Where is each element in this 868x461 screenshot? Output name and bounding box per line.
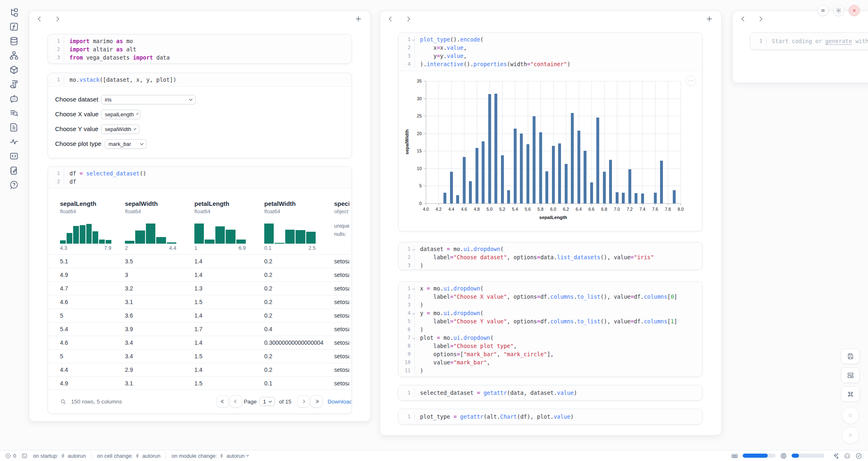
bar xyxy=(476,148,478,203)
code-line: 4).interactive().properties(width="conta… xyxy=(399,60,702,68)
choose-dataset-select[interactable]: iris xyxy=(101,95,196,104)
bar xyxy=(463,157,466,203)
add-cell-icon[interactable] xyxy=(354,14,363,23)
packages-icon[interactable] xyxy=(9,65,19,75)
bar xyxy=(494,94,497,203)
file-tree-icon[interactable] xyxy=(9,7,19,17)
column-forward-button[interactable] xyxy=(755,14,764,23)
choose-y-value-select[interactable]: sepalWidth xyxy=(101,124,139,134)
table-row[interactable]: 4.73.21.30.2setosa xyxy=(48,281,349,295)
settings-button[interactable] xyxy=(833,5,844,16)
code-editor-selected[interactable]: 1selected_dataset = getattr(data, datase… xyxy=(399,385,702,400)
bar xyxy=(628,169,631,203)
code-line: 2import altair as alt xyxy=(48,45,351,53)
help-icon[interactable] xyxy=(9,180,19,190)
code-editor-dataset[interactable]: 1dataset = mo.ui.dropdown(2 label="Choos… xyxy=(399,242,702,270)
table-row[interactable]: 5.13.51.40.2setosa xyxy=(48,254,349,268)
column-histogram xyxy=(125,220,176,244)
choose-x-value-select[interactable]: sepalLength xyxy=(101,110,141,119)
cpu-icon xyxy=(780,452,787,459)
functions-icon[interactable] xyxy=(9,22,19,32)
bar xyxy=(539,132,542,203)
chatbot-icon[interactable] xyxy=(9,94,19,104)
dependencies-icon[interactable] xyxy=(9,51,19,60)
last-page-button[interactable] xyxy=(310,395,323,408)
code-line: 1df = selected_dataset() xyxy=(48,169,351,177)
code-editor-plot[interactable]: 1plot_type().encode(2 x=x.value,3 y=y.va… xyxy=(399,33,702,71)
scroll-icon[interactable] xyxy=(9,79,19,89)
bar xyxy=(482,141,485,203)
layout-button[interactable] xyxy=(841,367,860,383)
download-button[interactable]: Download xyxy=(328,399,352,405)
tracing-icon[interactable] xyxy=(9,137,19,147)
runtime-config-2[interactable]: on cell change:autorun xyxy=(97,453,161,459)
bar xyxy=(545,171,548,203)
runtime-config-1[interactable]: on startup:autorun xyxy=(33,453,86,459)
table-row[interactable]: 53.61.40.2setosa xyxy=(48,309,349,322)
error-count-badge[interactable]: 0 xyxy=(5,453,16,459)
bar xyxy=(552,146,555,203)
terminal-icon xyxy=(21,453,28,459)
page-select[interactable]: 1 xyxy=(259,397,275,406)
code-line: 8 label="Choose plot type", xyxy=(399,342,702,350)
command-icon xyxy=(847,390,854,398)
add-cell-icon[interactable] xyxy=(705,14,714,23)
stop-button[interactable] xyxy=(842,407,859,424)
column-back-button[interactable] xyxy=(387,14,396,23)
save-button[interactable] xyxy=(841,348,860,364)
connection-status-button[interactable] xyxy=(855,452,862,459)
chart-output: 4.04.24.44.64.85.05.25.45.65.86.06.26.46… xyxy=(399,71,702,231)
column-forward-button[interactable] xyxy=(52,14,61,23)
database-icon[interactable] xyxy=(9,36,19,46)
runtime-config-3[interactable]: on module change:autorun xyxy=(171,453,249,459)
terminal-button[interactable] xyxy=(21,453,28,459)
save-icon xyxy=(847,353,854,360)
code-editor-vstack[interactable]: 1mo.vstack([dataset, x, y, plot]) xyxy=(48,73,351,86)
code-line: 1mo.vstack([dataset, x, y, plot]) xyxy=(48,76,351,84)
menu-button[interactable] xyxy=(817,5,829,16)
bar xyxy=(603,172,606,203)
shutdown-button[interactable] xyxy=(849,5,860,16)
lightning-icon xyxy=(219,453,224,459)
run-button[interactable] xyxy=(842,426,859,444)
new-cell-editor[interactable]: 1 Start coding or generate with AI xyxy=(750,33,868,49)
column-forward-button[interactable] xyxy=(403,14,412,23)
generate-link[interactable]: generate xyxy=(825,38,852,44)
table-row[interactable]: 4.931.40.2setosa xyxy=(48,268,349,281)
column-back-button[interactable] xyxy=(739,14,748,23)
bar xyxy=(584,151,586,203)
logs-icon[interactable] xyxy=(9,108,19,118)
table-search-icon[interactable] xyxy=(60,398,67,405)
choose-plot-type-select[interactable]: mark_bar xyxy=(105,139,147,149)
cell-dataframe: 1df = selected_dataset()2df sepalLengthf… xyxy=(48,166,352,414)
layout-icon xyxy=(847,371,854,379)
snippets-icon[interactable] xyxy=(9,151,19,161)
keyboard-shortcuts-button[interactable] xyxy=(841,386,860,402)
copilot-button[interactable] xyxy=(844,452,851,459)
notebook-column-new: 1 Start coding or generate with AI xyxy=(732,11,868,83)
code-editor-xyplot[interactable]: 1x = mo.ui.dropdown(2 label="Choose X va… xyxy=(399,282,702,377)
column-back-button[interactable] xyxy=(36,14,45,23)
code-editor-plottype[interactable]: 1plot_type = getattr(alt.Chart(df), plot… xyxy=(399,409,702,424)
table-row[interactable]: 53.41.50.2setosa xyxy=(48,349,349,363)
table-row[interactable]: 4.42.91.40.2setosa xyxy=(48,363,349,376)
first-page-button[interactable] xyxy=(217,395,229,408)
cpu-usage-meter xyxy=(792,454,824,458)
code-line: 2 label="Choose dataset", options=data.l… xyxy=(399,253,702,261)
cell-new-empty: 1 Start coding or generate with AI xyxy=(750,32,868,50)
table-row[interactable]: 4.63.41.40.30000000000000004setosa xyxy=(48,336,349,349)
code-editor-imports[interactable]: 1import marimo as mo2import altair as al… xyxy=(48,35,351,64)
prev-page-button[interactable] xyxy=(230,395,242,408)
next-page-button[interactable] xyxy=(297,395,309,408)
table-row[interactable]: 5.43.91.70.4setosa xyxy=(48,322,349,336)
table-row[interactable]: 4.93.11.50.1setosa xyxy=(48,376,349,390)
helper-panel-rail xyxy=(6,7,22,190)
code-editor-dataframe[interactable]: 1df = selected_dataset()2df xyxy=(48,167,351,188)
ai-sparkle-button[interactable] xyxy=(832,452,839,459)
table-row[interactable]: 4.63.11.50.2setosa xyxy=(48,295,349,309)
document-icon[interactable] xyxy=(9,122,19,132)
scratchpad-icon[interactable] xyxy=(9,166,19,175)
altair-bar-chart[interactable]: 4.04.24.44.64.85.05.25.45.65.86.06.26.46… xyxy=(402,75,692,226)
bar xyxy=(488,94,491,203)
chart-menu-icon[interactable]: ⋯ xyxy=(686,75,696,86)
